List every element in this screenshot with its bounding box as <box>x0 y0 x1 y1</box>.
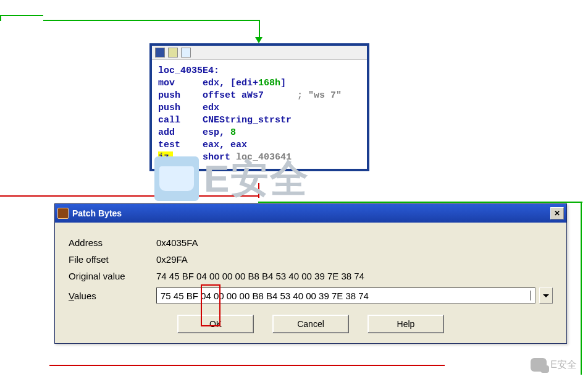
original-value: 74 45 BF 04 00 00 00 B8 B4 53 40 00 39 7… <box>156 271 364 281</box>
address-value: 0x4035FA <box>156 237 198 248</box>
text-caret <box>531 291 531 300</box>
address-label: Address <box>69 237 156 248</box>
app-icon <box>57 208 69 219</box>
asm-line: callCNEString_strstr <box>158 114 361 127</box>
help-button[interactable]: Help <box>368 315 444 333</box>
graph-edge-true <box>581 202 582 375</box>
values-input[interactable]: 75 45 BF 04 00 00 00 B8 B4 53 40 00 39 7… <box>156 287 536 304</box>
values-dropdown-button[interactable] <box>539 287 553 304</box>
asm-line: pushedx <box>158 102 361 114</box>
dialog-title: Patch Bytes <box>72 208 550 218</box>
cloud-logo-icon <box>154 156 199 201</box>
asm-line: pushoffset aWs7 ; "ws 7" <box>158 90 361 102</box>
asm-line: addesp, 8 <box>158 127 361 139</box>
wechat-icon <box>531 358 547 372</box>
arrow-down-icon <box>255 37 262 43</box>
fileoffset-label: File offset <box>69 254 156 265</box>
values-text: 75 45 BF 04 00 00 00 B8 B4 53 40 00 39 7… <box>161 291 369 301</box>
color-picker-icon[interactable] <box>155 48 165 57</box>
watermark-text: E安全 <box>204 153 309 205</box>
view-icon[interactable] <box>181 48 191 57</box>
asm-line: testeax, eax <box>158 139 361 151</box>
graph-edge <box>0 15 43 16</box>
patch-bytes-dialog: Patch Bytes ✕ Address 0x4035FA File offs… <box>54 203 567 344</box>
chevron-down-icon <box>543 294 549 297</box>
values-label: Values <box>69 291 156 301</box>
wechat-watermark: E安全 <box>531 358 577 372</box>
disassembly-block[interactable]: loc_4035E4: movedx, [edi+168h] pushoffse… <box>149 43 369 171</box>
cancel-button[interactable]: Cancel <box>272 315 349 333</box>
wechat-text: E安全 <box>550 359 577 372</box>
graph-edge <box>49 365 445 366</box>
block-toolbar <box>152 46 367 60</box>
close-button[interactable]: ✕ <box>550 207 564 219</box>
close-icon: ✕ <box>554 209 560 218</box>
ok-button[interactable]: OK <box>177 315 254 333</box>
edit-icon[interactable] <box>168 48 178 57</box>
graph-edge <box>0 15 1 21</box>
watermark: E安全 <box>154 153 309 205</box>
fileoffset-value: 0x29FA <box>156 254 188 265</box>
code-label: loc_4035E4: <box>158 66 219 76</box>
dialog-titlebar[interactable]: Patch Bytes ✕ <box>55 204 566 223</box>
graph-edge <box>43 20 259 21</box>
asm-line: movedx, [edi+168h] <box>158 77 361 90</box>
original-value-label: Original value <box>69 271 156 281</box>
